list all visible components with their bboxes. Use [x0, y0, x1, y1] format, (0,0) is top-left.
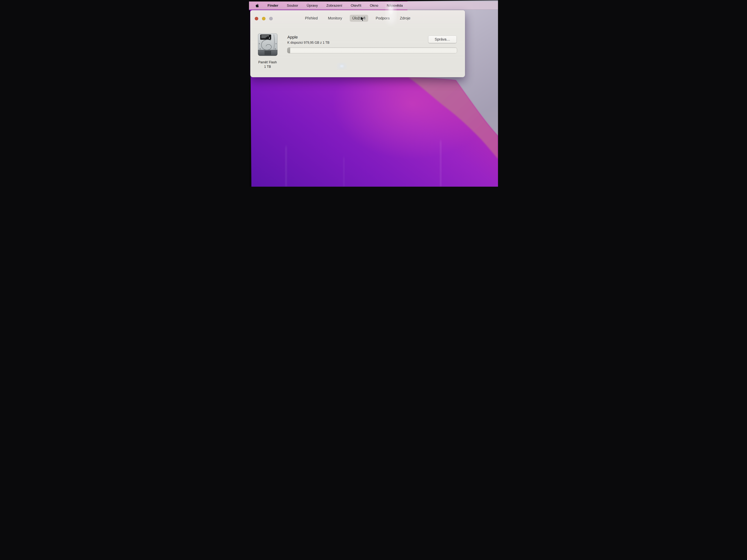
- menu-item-finder[interactable]: Finder: [267, 3, 278, 7]
- apple-menu-icon[interactable]: [256, 3, 259, 7]
- tab-uloziste[interactable]: Úložiště: [350, 15, 368, 22]
- glare-streak: [440, 141, 441, 187]
- menu-item-upravy[interactable]: Úpravy: [307, 3, 318, 7]
- tab-bar: Přehled Monitory Úložiště Podpora Zdroje: [250, 15, 465, 22]
- glare-streak: [285, 146, 287, 187]
- desktop: Finder Soubor Úpravy Zobrazení Otevřít O…: [249, 0, 498, 187]
- tab-monitory[interactable]: Monitory: [325, 15, 345, 22]
- menu-item-okno[interactable]: Okno: [370, 3, 378, 7]
- menu-bar: Finder Soubor Úpravy Zobrazení Otevřít O…: [249, 1, 498, 10]
- menu-item-napoveda[interactable]: Nápověda: [387, 3, 403, 7]
- tab-zdroje[interactable]: Zdroje: [397, 15, 413, 22]
- menu-item-zobrazeni[interactable]: Zobrazení: [327, 3, 342, 7]
- mouse-cursor: [360, 16, 365, 22]
- storage-usage-bar: [287, 48, 457, 53]
- about-this-mac-window: Přehled Monitory Úložiště Podpora Zdroje: [250, 10, 465, 77]
- storage-bar-used: [287, 48, 290, 53]
- glare-streak: [343, 157, 344, 187]
- manage-button[interactable]: Správa…: [428, 36, 457, 43]
- menu-item-soubor[interactable]: Soubor: [287, 3, 298, 7]
- tab-podpora[interactable]: Podpora: [373, 15, 392, 22]
- hard-drive-icon: [258, 33, 278, 56]
- available-space-text: K dispozici 979,95 GB z 1 TB: [287, 41, 329, 45]
- disk-name: Paměť Flash: [253, 60, 282, 64]
- menu-item-otevrit[interactable]: Otevřít: [351, 3, 361, 7]
- disk-capacity: 1 TB: [253, 64, 282, 69]
- disk-label: Paměť Flash 1 TB: [253, 60, 282, 69]
- volume-name: Apple: [287, 35, 298, 39]
- tab-prehled[interactable]: Přehled: [302, 15, 320, 22]
